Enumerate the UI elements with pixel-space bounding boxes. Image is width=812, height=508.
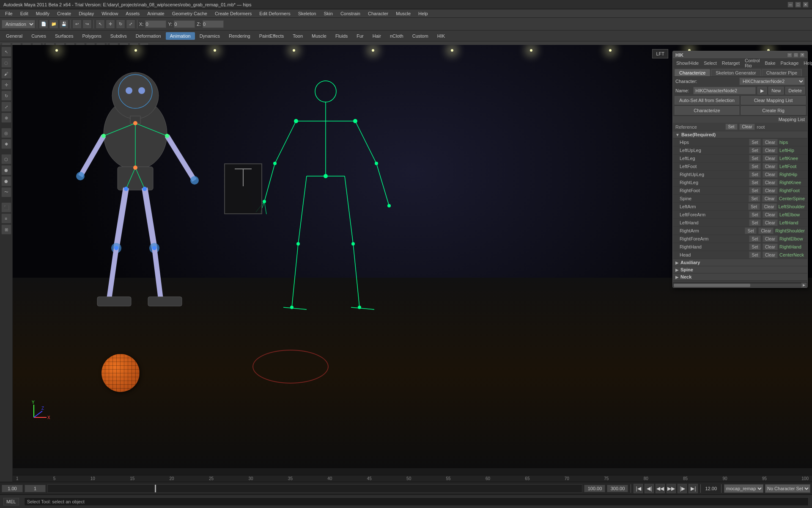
clear-btn-righthand[interactable]: Clear: [763, 243, 778, 250]
col-set-btn[interactable]: Set: [725, 124, 738, 130]
tab-muscle[interactable]: Muscle: [307, 32, 331, 40]
clear-btn-hips[interactable]: Clear: [763, 139, 778, 146]
surface-btn[interactable]: ⬡: [1, 154, 11, 164]
move-btn[interactable]: ✛: [106, 19, 115, 29]
menu-edit[interactable]: Edit: [17, 10, 32, 17]
clear-btn-leftarm[interactable]: Clear: [762, 203, 777, 210]
end-time-input[interactable]: [584, 485, 605, 492]
menu-skin[interactable]: Skin: [320, 10, 336, 17]
play-fwd-btn[interactable]: ▶▶: [667, 484, 676, 493]
layer-btn[interactable]: ≡: [1, 213, 11, 224]
tab-subdivs[interactable]: Subdivs: [106, 32, 131, 40]
rotate-tool-btn[interactable]: ↻: [1, 91, 11, 101]
hik-menu-bake[interactable]: Bake: [763, 60, 777, 66]
hik-tab-skeleton-generator[interactable]: Skeleton Generator: [711, 69, 760, 76]
no-character-select[interactable]: No Character Set: [765, 484, 810, 493]
menu-muscle[interactable]: Muscle: [392, 10, 414, 17]
clear-mapping-btn[interactable]: Clear Mapping List: [741, 96, 806, 105]
new-scene-btn[interactable]: 📄: [39, 19, 48, 29]
x-input[interactable]: [145, 20, 166, 28]
menu-assets[interactable]: Assets: [122, 10, 143, 17]
scale-btn[interactable]: ⤢: [126, 19, 135, 29]
neck-section[interactable]: ▶ Neck: [673, 273, 807, 281]
save-btn[interactable]: 💾: [59, 19, 69, 29]
menu-geometry-cache[interactable]: Geometry Cache: [169, 10, 211, 17]
hik-minimize-btn[interactable]: ─: [787, 52, 792, 58]
go-start-btn[interactable]: |◀: [634, 484, 643, 493]
current-frame-input[interactable]: [25, 485, 46, 492]
tab-curves[interactable]: Curves: [27, 32, 50, 40]
tab-toon[interactable]: Toon: [288, 32, 307, 40]
close-button[interactable]: ✕: [803, 2, 809, 8]
characterize-btn[interactable]: Characterize: [675, 106, 739, 115]
spine-section[interactable]: ▶ Spine: [673, 266, 807, 273]
base-required-section[interactable]: ▼ Base(Required): [673, 131, 807, 138]
clear-btn-leftleg[interactable]: Clear: [763, 155, 778, 162]
clear-btn-spine[interactable]: Clear: [762, 195, 777, 202]
move-tool-btn[interactable]: ✛: [1, 80, 11, 90]
display-btn[interactable]: ⬛: [1, 202, 11, 213]
hik-menu-showhide[interactable]: Show/Hide: [675, 60, 700, 66]
scroll-right-btn[interactable]: ▶: [801, 283, 807, 288]
auto-set-btn[interactable]: Auto-Set All from Selection: [675, 96, 739, 105]
menu-window[interactable]: Window: [98, 10, 121, 17]
character-select[interactable]: mocap_remap: [724, 484, 763, 493]
set-btn-leftforearm[interactable]: Set: [749, 211, 761, 218]
paint-btn[interactable]: 🖌: [1, 69, 11, 79]
create-rig-btn[interactable]: Create Rig: [741, 106, 806, 115]
attr-btn[interactable]: ⊞: [1, 224, 11, 235]
y-input[interactable]: [174, 20, 195, 28]
set-btn-leftleg[interactable]: Set: [749, 155, 761, 162]
set-btn-rightupleg[interactable]: Set: [749, 171, 761, 178]
hik-close-btn[interactable]: ✕: [800, 52, 805, 58]
clear-btn-rightforearm[interactable]: Clear: [763, 235, 778, 242]
go-end-btn[interactable]: ▶|: [689, 484, 698, 493]
status-message[interactable]: [24, 497, 809, 506]
menu-display[interactable]: Display: [75, 10, 97, 17]
tab-surfaces[interactable]: Surfaces: [51, 32, 77, 40]
step-back-btn[interactable]: ◀|: [645, 484, 654, 493]
set-btn-hips[interactable]: Set: [749, 139, 761, 146]
set-btn-rightforearm[interactable]: Set: [749, 235, 761, 242]
arrow-btn[interactable]: ▶: [757, 87, 767, 94]
rotate-btn[interactable]: ↻: [116, 19, 125, 29]
menu-modify[interactable]: Modify: [33, 10, 53, 17]
tab-ncloth[interactable]: nCloth: [386, 32, 408, 40]
clear-btn-rightfoot[interactable]: Clear: [763, 187, 778, 194]
menu-create[interactable]: Create: [54, 10, 74, 17]
delete-button[interactable]: Delete: [785, 87, 805, 94]
col-clear-btn[interactable]: Clear: [739, 124, 755, 130]
set-btn-lefthand[interactable]: Set: [749, 219, 761, 226]
tab-rendering[interactable]: Rendering: [225, 32, 255, 40]
crease-btn[interactable]: ⬢: [1, 165, 11, 175]
tab-custom[interactable]: Custom: [408, 32, 433, 40]
set-btn-head[interactable]: Set: [749, 251, 761, 258]
name-input[interactable]: [693, 87, 756, 94]
mel-label[interactable]: MEL: [3, 498, 19, 505]
tab-animation[interactable]: Animation: [166, 32, 195, 40]
hik-main-content[interactable]: ▼ Base(Required) Hips Set Clear hips Lef…: [673, 131, 807, 282]
clear-btn-leftforearm[interactable]: Clear: [763, 211, 778, 218]
play-back-btn[interactable]: ◀◀: [656, 484, 665, 493]
menu-create-deformers[interactable]: Create Deformers: [211, 10, 255, 17]
redo-btn[interactable]: ↪: [82, 19, 92, 29]
menu-character[interactable]: Character: [365, 10, 392, 17]
animation-mode-dropdown[interactable]: Animation: [2, 20, 35, 28]
curve-btn[interactable]: 〜: [1, 187, 11, 197]
hik-menu-package[interactable]: Package: [779, 60, 801, 66]
tab-fluids[interactable]: Fluids: [331, 32, 352, 40]
timeline-track[interactable]: [47, 484, 582, 493]
clear-btn-leftfoot[interactable]: Clear: [763, 163, 778, 170]
sculpt-btn[interactable]: ⬟: [1, 176, 11, 186]
undo-btn[interactable]: ↩: [72, 19, 82, 29]
menu-file[interactable]: File: [2, 10, 16, 17]
select-btn[interactable]: ↖: [96, 19, 105, 29]
set-btn-leftarm[interactable]: Set: [748, 203, 760, 210]
hik-menu-retarget[interactable]: Retarget: [720, 60, 741, 66]
clear-btn-rightupleg[interactable]: Clear: [763, 171, 778, 178]
clear-btn-head[interactable]: Clear: [763, 251, 778, 258]
hik-menu-select[interactable]: Select: [702, 60, 719, 66]
auxiliary-section[interactable]: ▶ Auxiliary: [673, 259, 807, 266]
set-btn-spine[interactable]: Set: [749, 195, 760, 202]
start-time-input[interactable]: [2, 485, 23, 492]
